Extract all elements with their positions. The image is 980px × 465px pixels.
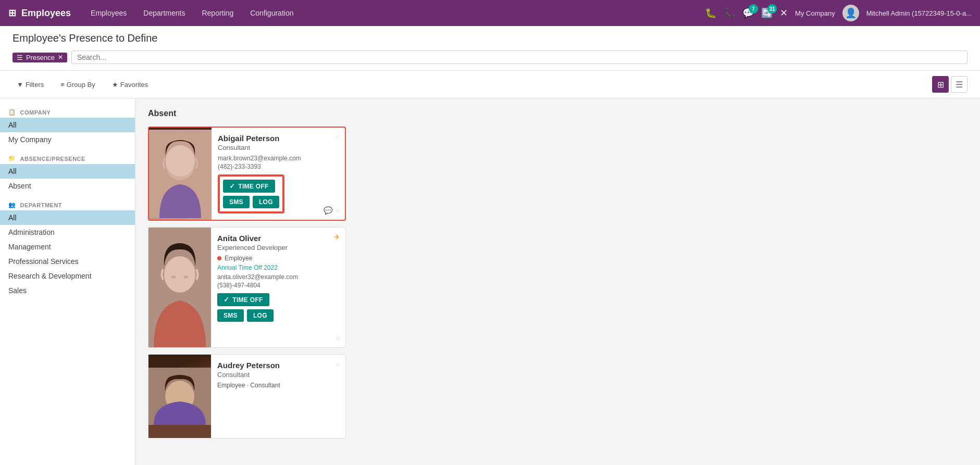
company-section-icon: 📋: [8, 109, 16, 116]
top-navigation: ⊞ Employees Employees Departments Report…: [0, 0, 980, 26]
card-actions-row-2: SMS LOG: [217, 309, 339, 322]
employee-name[interactable]: Abigail Peterson: [218, 134, 339, 143]
chat-badge: 7: [749, 4, 758, 14]
check-icon: ✓: [229, 182, 235, 190]
updates-badge: 31: [767, 4, 777, 14]
svg-point-2: [166, 145, 195, 177]
filter-close-icon[interactable]: ✕: [58, 54, 63, 61]
employee-email: mark.brown23@example.com: [218, 155, 339, 162]
card-bottom-icons: 💬 ○: [324, 206, 340, 215]
topnav-right: 🐛 📞 💬 7 🔄 31 ✕ My Company 👤 Mitchell Adm…: [705, 5, 972, 21]
company-section-header: 📋 COMPANY: [0, 105, 135, 118]
chat-bubble-icon: 💬: [324, 206, 332, 215]
toolbar: ▼ Filters ≡ Group By ★ Favorites ⊞ ☰: [0, 71, 980, 98]
sms-button[interactable]: SMS: [217, 309, 244, 322]
favorites-button[interactable]: ★ Favorites: [108, 79, 152, 91]
filters-label: Filters: [26, 81, 44, 89]
sidebar-item-management[interactable]: Management: [0, 240, 135, 254]
employee-photo: [148, 355, 211, 438]
sidebar-item-company-all[interactable]: All: [0, 118, 135, 132]
log-button[interactable]: LOG: [253, 196, 279, 208]
groupby-label: Group By: [67, 81, 95, 89]
card-info: Audrey Peterson Consultant Employee · Co…: [211, 355, 345, 438]
status-label: Employee · Consultant: [217, 382, 280, 389]
phone-icon[interactable]: 📞: [724, 7, 735, 19]
employee-role: Consultant: [217, 371, 339, 379]
clock-icon: ○: [336, 206, 340, 215]
employee-card: Abigail Peterson Consultant mark.brown23…: [148, 127, 346, 221]
absence-section-label: ABSENCE/PRESENCE: [20, 156, 85, 162]
card-actions: ✓ TIME OFF SMS LOG: [219, 175, 283, 212]
grid-icon: ⊞: [8, 7, 16, 19]
employee-name[interactable]: Audrey Peterson: [217, 361, 339, 370]
employee-photo: [148, 228, 211, 347]
filter-icon: ▼: [17, 81, 23, 89]
groupby-icon: ≡: [60, 81, 65, 89]
svg-point-4: [164, 256, 195, 293]
employee-card: Audrey Peterson Consultant Employee · Co…: [148, 354, 346, 438]
group-by-button[interactable]: ≡ Group By: [56, 79, 100, 91]
top-menu: Employees Departments Reporting Configur…: [83, 6, 701, 20]
close-icon[interactable]: ✕: [780, 7, 788, 19]
sidebar-item-my-company[interactable]: My Company: [0, 132, 135, 147]
employee-email: anita.oliver32@example.com: [217, 273, 339, 281]
filters-button[interactable]: ▼ Filters: [13, 79, 48, 91]
sidebar-item-professional-services[interactable]: Professional Services: [0, 254, 135, 269]
action-group-highlighted: ✓ TIME OFF SMS LOG: [218, 174, 284, 213]
username: Mitchell Admin (15722349-15-0-a...: [866, 9, 972, 17]
app-logo[interactable]: ⊞ Employees: [8, 7, 71, 19]
menu-reporting[interactable]: Reporting: [194, 6, 241, 20]
department-section-label: DEPARTMENT: [20, 202, 63, 208]
department-section-icon: 👥: [8, 202, 16, 208]
timeoff-label: TIME OFF: [238, 183, 268, 190]
svg-point-6: [183, 275, 189, 279]
menu-employees[interactable]: Employees: [83, 6, 134, 20]
timeoff-label: TIME OFF: [232, 296, 263, 304]
card-actions: ✓ TIME OFF SMS LOG: [217, 293, 339, 322]
sidebar: 📋 COMPANY All My Company 📁 ABSENCE/PRESE…: [0, 98, 135, 465]
employee-name[interactable]: Anita Oliver: [217, 234, 339, 243]
filter-icon: ☰: [17, 54, 23, 61]
company-selector[interactable]: My Company: [795, 9, 835, 17]
bug-icon[interactable]: 🐛: [705, 7, 716, 19]
sms-button[interactable]: SMS: [223, 196, 250, 208]
sidebar-item-research-development[interactable]: Research & Development: [0, 269, 135, 283]
status-row: Employee: [217, 255, 339, 262]
timeoff-button[interactable]: ✓ TIME OFF: [223, 180, 275, 193]
plane-icon: ✈: [334, 233, 340, 241]
sidebar-item-absent[interactable]: Absent: [0, 179, 135, 193]
card-bottom-icons: ○: [336, 334, 340, 342]
status-circle-icon: ○: [336, 133, 340, 141]
status-circle-icon: ○: [336, 360, 340, 368]
filter-label: Presence: [26, 54, 55, 61]
menu-departments[interactable]: Departments: [136, 6, 192, 20]
search-input[interactable]: [71, 51, 967, 64]
company-section: 📋 COMPANY All My Company: [0, 105, 135, 147]
log-button[interactable]: LOG: [247, 309, 274, 322]
main-layout: 📋 COMPANY All My Company 📁 ABSENCE/PRESE…: [0, 98, 980, 465]
status-dot: [217, 256, 221, 260]
sidebar-item-sales[interactable]: Sales: [0, 283, 135, 298]
app-title: Employees: [21, 8, 71, 19]
updates-icon[interactable]: 🔄 31: [761, 7, 773, 19]
sidebar-item-dept-all[interactable]: All: [0, 210, 135, 225]
menu-configuration[interactable]: Configuration: [243, 6, 301, 20]
section-title: Absent: [148, 109, 967, 118]
list-view-button[interactable]: ☰: [951, 76, 967, 93]
employee-cards-grid: Abigail Peterson Consultant mark.brown23…: [148, 127, 967, 438]
employee-card: Anita Oliver Experienced Developer Emplo…: [148, 227, 346, 348]
sidebar-item-absence-all[interactable]: All: [0, 164, 135, 179]
favorites-label: Favorites: [120, 81, 148, 89]
star-icon: ★: [112, 81, 118, 89]
department-section-header: 👥 DEPARTMENT: [0, 197, 135, 210]
view-toggle: ⊞ ☰: [932, 76, 967, 93]
timeoff-button[interactable]: ✓ TIME OFF: [217, 293, 269, 306]
avatar[interactable]: 👤: [842, 5, 859, 21]
kanban-view-button[interactable]: ⊞: [932, 76, 949, 93]
sidebar-item-administration[interactable]: Administration: [0, 225, 135, 240]
clock-icon: ○: [336, 334, 340, 342]
chat-icon[interactable]: 💬 7: [742, 7, 754, 19]
absence-section-icon: 📁: [8, 155, 16, 162]
svg-point-5: [171, 275, 176, 279]
presence-filter-tag[interactable]: ☰ Presence ✕: [13, 53, 67, 62]
